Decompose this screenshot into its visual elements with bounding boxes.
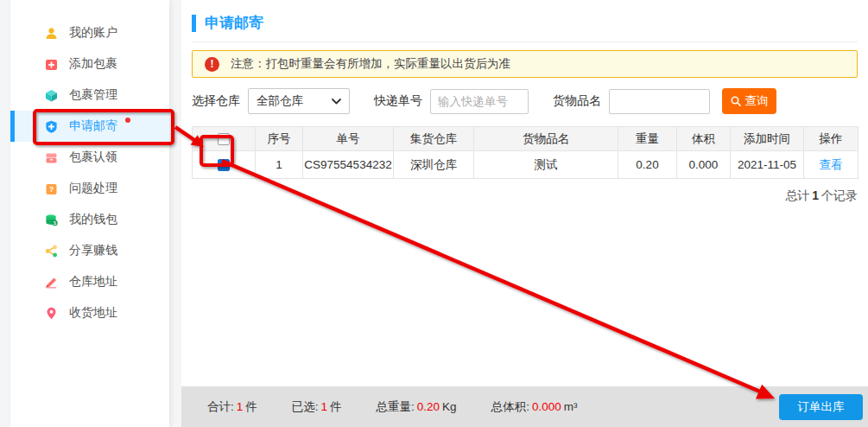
column-header-volume: 体积 [677, 127, 731, 151]
svg-text:?: ? [49, 185, 54, 194]
column-header-order-no: 单号 [303, 127, 394, 151]
notice-banner: ! 注意：打包时重量会有所增加，实际重量以出货后为准 [192, 50, 858, 78]
delivery-address-icon [45, 307, 58, 320]
apply-shipping-icon [45, 120, 58, 133]
product-name-input[interactable] [609, 89, 710, 114]
page-title: 申请邮寄 [205, 13, 263, 33]
table-row: 1 CS97554534232 深圳仓库 测试 0.20 0.000 2021-… [193, 151, 858, 179]
filter-row: 选择仓库 全部仓库 快递单号 货物品名 查询 [192, 88, 858, 114]
column-header-added-time: 添加时间 [731, 127, 804, 151]
stat-total: 合计:1件 [207, 399, 257, 415]
sidebar-item-label: 问题处理 [69, 181, 117, 196]
column-header-product: 货物品名 [474, 127, 618, 151]
sidebar-item-label: 仓库地址 [69, 274, 117, 290]
package-manage-icon [45, 89, 58, 102]
notice-text: 注意：打包时重量会有所增加，实际重量以出货后为准 [231, 56, 510, 72]
column-header-weight: 重量 [618, 127, 677, 151]
summary-bar: 合计:1件 已选:1件 总重量:0.20Kg 总体积:0.000m³ 订单出库 [181, 386, 868, 427]
sidebar-item-share-earn[interactable]: 分享赚钱 [10, 235, 169, 266]
wallet-icon: $ [45, 214, 58, 226]
sidebar-item-claim-package[interactable]: 包裹认领 [10, 142, 169, 173]
sidebar-item-label: 我的钱包 [69, 212, 117, 227]
cell-added-time: 2021-11-05 [731, 151, 804, 179]
warehouse-select[interactable]: 全部仓库 [248, 88, 350, 114]
header-checkbox-cell [193, 127, 256, 151]
cell-order-no: CS97554534232 [303, 151, 394, 179]
shipment-table: 序号 单号 集货仓库 货物品名 重量 体积 添加时间 操作 1 CS975545… [192, 126, 858, 179]
search-icon [731, 96, 741, 106]
sidebar: 我的账户 添加包裹 包裹管理 申请邮寄 包裹认领 ? 问题处理 $ [10, 0, 169, 427]
cell-weight: 0.20 [618, 151, 677, 179]
view-link[interactable]: 查看 [820, 158, 843, 171]
page-header: 申请邮寄 [192, 0, 858, 42]
warehouse-address-icon [45, 276, 58, 289]
cell-warehouse: 深圳仓库 [394, 151, 474, 179]
sidebar-item-apply-shipping[interactable]: 申请邮寄 [10, 111, 169, 142]
stat-volume: 总体积:0.000m³ [491, 399, 578, 415]
cell-product: 测试 [474, 151, 618, 179]
row-checkbox[interactable] [218, 159, 230, 171]
sidebar-item-my-wallet[interactable]: $ 我的钱包 [10, 204, 169, 235]
row-checkbox-cell [193, 151, 256, 179]
sidebar-item-issue-handle[interactable]: ? 问题处理 [10, 173, 169, 204]
active-indicator [10, 111, 15, 142]
title-accent-bar [192, 15, 196, 32]
cell-action: 查看 [804, 151, 858, 179]
warehouse-select-value: 全部仓库 [257, 93, 303, 109]
stat-selected: 已选:1件 [292, 399, 342, 415]
notification-dot [125, 118, 130, 123]
sidebar-item-delivery-address[interactable]: 收货地址 [10, 297, 169, 328]
chevron-down-icon [332, 99, 341, 105]
sidebar-item-add-package[interactable]: 添加包裹 [10, 48, 169, 80]
search-button[interactable]: 查询 [722, 88, 776, 114]
record-count: 总计1个记录 [192, 188, 858, 204]
sidebar-item-label: 分享赚钱 [69, 243, 117, 258]
sidebar-item-label: 收货地址 [69, 305, 117, 321]
main-panel: 申请邮寄 ! 注意：打包时重量会有所增加，实际重量以出货后为准 选择仓库 全部仓… [181, 0, 868, 427]
sidebar-item-label: 申请邮寄 [69, 118, 117, 134]
cell-volume: 0.000 [677, 151, 731, 179]
add-package-icon [45, 58, 58, 71]
sidebar-item-my-account[interactable]: 我的账户 [10, 17, 169, 48]
user-icon [45, 27, 58, 40]
order-outbound-button[interactable]: 订单出库 [779, 394, 863, 420]
sidebar-item-warehouse-address[interactable]: 仓库地址 [10, 266, 169, 297]
cell-seq: 1 [256, 151, 303, 179]
warehouse-select-label: 选择仓库 [192, 93, 240, 109]
warning-icon: ! [205, 57, 219, 72]
select-all-checkbox[interactable] [218, 133, 230, 145]
record-count-number: 1 [812, 188, 819, 202]
table-header-row: 序号 单号 集货仓库 货物品名 重量 体积 添加时间 操作 [193, 127, 858, 151]
sidebar-item-label: 我的账户 [69, 25, 117, 41]
sidebar-item-package-manage[interactable]: 包裹管理 [10, 80, 169, 111]
tracking-number-label: 快递单号 [374, 93, 422, 109]
share-icon [45, 245, 58, 258]
stat-weight: 总重量:0.20Kg [377, 399, 457, 415]
tracking-number-input[interactable] [430, 89, 529, 114]
sidebar-item-label: 包裹管理 [69, 87, 117, 103]
issue-icon: ? [45, 182, 58, 195]
column-header-warehouse: 集货仓库 [394, 127, 474, 151]
search-button-label: 查询 [745, 93, 769, 109]
sidebar-item-label: 包裹认领 [69, 150, 117, 165]
sidebar-item-label: 添加包裹 [69, 56, 117, 72]
claim-package-icon [45, 151, 58, 164]
product-name-label: 货物品名 [553, 93, 601, 109]
column-header-seq: 序号 [256, 127, 303, 151]
column-header-action: 操作 [804, 127, 858, 151]
